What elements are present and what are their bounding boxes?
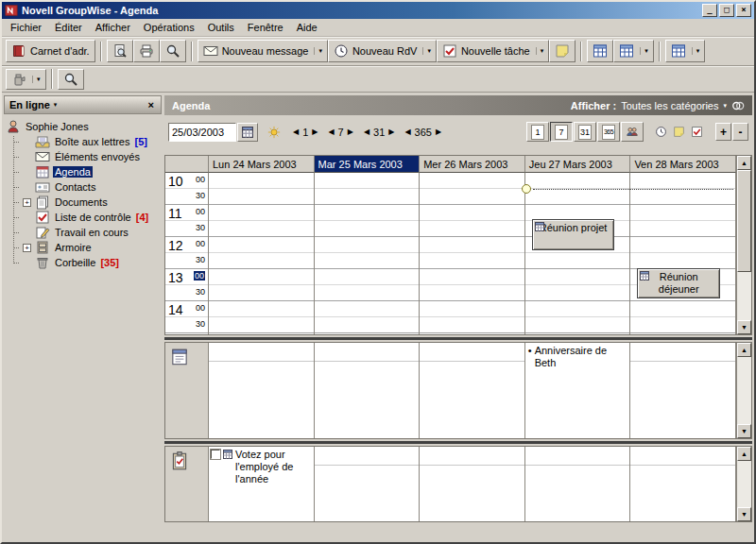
- tasks-scrollbar[interactable]: ▲ ▼: [736, 447, 751, 521]
- view-grid-button[interactable]: [587, 40, 613, 62]
- notes-column-mon[interactable]: [209, 343, 315, 438]
- tasks-column-fri[interactable]: [630, 447, 736, 521]
- print-button[interactable]: [133, 40, 160, 62]
- notes-scrollbar[interactable]: ▲ ▼: [736, 343, 751, 438]
- folder-agenda[interactable]: Agenda: [6, 164, 160, 179]
- time-marker-icon[interactable]: [522, 184, 531, 194]
- scroll-up-button[interactable]: ▲: [737, 156, 751, 170]
- mode-dropdown-icon[interactable]: ▾: [54, 101, 58, 109]
- pane-splitter[interactable]: [164, 439, 752, 446]
- new-note-button[interactable]: [549, 40, 576, 62]
- new-message-dropdown-icon[interactable]: ▾: [314, 47, 322, 55]
- slot-12-30[interactable]: 30: [196, 255, 205, 264]
- menu-outils[interactable]: Outils: [201, 20, 241, 35]
- tasks-column-tue[interactable]: [315, 447, 421, 521]
- search-button[interactable]: [160, 40, 186, 62]
- show-tasks-toggle[interactable]: [688, 123, 706, 141]
- view-calendar-button[interactable]: ▾: [613, 40, 654, 62]
- date-picker-button[interactable]: [237, 123, 258, 142]
- tasks-column-wed[interactable]: [420, 447, 525, 521]
- day-header-tue-selected[interactable]: Mar 25 Mars 2003: [315, 156, 421, 173]
- scroll-down-button[interactable]: ▼: [737, 424, 751, 438]
- view-layout-dropdown-icon[interactable]: ▾: [692, 47, 700, 55]
- folder-work-in-progress[interactable]: Travail en cours: [6, 225, 160, 240]
- slot-11-00[interactable]: 00: [196, 207, 205, 216]
- next-week-button[interactable]: ▶: [346, 126, 355, 138]
- view-365-day-button[interactable]: 365: [597, 122, 620, 142]
- show-notes-toggle[interactable]: [670, 123, 688, 141]
- new-message-button[interactable]: Nouveau message ▾: [198, 40, 328, 62]
- quickfinder-button[interactable]: [58, 69, 84, 90]
- notes-column-tue[interactable]: [315, 343, 421, 438]
- day-header-fri[interactable]: Ven 28 Mars 2003: [630, 156, 736, 173]
- print-preview-button[interactable]: [107, 40, 133, 62]
- multi-user-view-button[interactable]: [621, 122, 644, 142]
- folder-checklist[interactable]: Liste de contrôle [4]: [6, 210, 160, 225]
- folder-contacts[interactable]: Contacts: [6, 179, 160, 195]
- prev-year-button[interactable]: ◀: [403, 126, 412, 138]
- cleanup-dropdown-icon[interactable]: ▾: [32, 76, 41, 83]
- folder-mailbox[interactable]: Boîte aux lettres [5]: [6, 134, 160, 149]
- date-input[interactable]: [168, 123, 236, 142]
- expand-interval-button[interactable]: +: [715, 123, 731, 141]
- scroll-down-button[interactable]: ▼: [737, 320, 751, 334]
- today-button[interactable]: [264, 123, 284, 142]
- slot-14-30[interactable]: 30: [196, 319, 205, 329]
- menu-fenetre[interactable]: Fenêtre: [241, 20, 290, 35]
- view-1-day-button[interactable]: 1: [526, 122, 549, 142]
- day-column-fri[interactable]: [630, 173, 736, 334]
- day-column-wed[interactable]: [420, 173, 525, 334]
- next-year-button[interactable]: ▶: [434, 126, 443, 138]
- day-column-tue[interactable]: [315, 173, 421, 334]
- task-item[interactable]: Votez pour l'employé de l'année: [211, 449, 301, 485]
- task-checkbox[interactable]: [211, 450, 220, 459]
- close-panel-button[interactable]: ×: [146, 99, 156, 110]
- slot-14-00[interactable]: 00: [196, 303, 205, 313]
- cleanup-button[interactable]: ▾: [6, 69, 46, 90]
- slot-12-00[interactable]: 00: [196, 239, 205, 248]
- tasks-column-mon[interactable]: Votez pour l'employé de l'année: [209, 447, 315, 521]
- shrink-interval-button[interactable]: -: [732, 123, 748, 141]
- appointment-reunion-dejeuner[interactable]: Réunion déjeuner: [637, 268, 720, 298]
- prev-week-button[interactable]: ◀: [326, 126, 335, 138]
- notes-column-thu[interactable]: • Anniversaire de Beth: [525, 343, 631, 438]
- notes-column-wed[interactable]: [420, 343, 525, 438]
- slot-11-30[interactable]: 30: [196, 223, 205, 232]
- folder-trash[interactable]: Corbeille [35]: [6, 255, 160, 270]
- folder-documents[interactable]: + Documents: [6, 195, 160, 210]
- next-month-button[interactable]: ▶: [387, 126, 396, 138]
- expand-icon[interactable]: +: [23, 244, 31, 252]
- folder-list-header[interactable]: En ligne ▾ ×: [4, 95, 162, 114]
- slot-10-00[interactable]: 00: [196, 175, 205, 184]
- note-item[interactable]: • Anniversaire de Beth: [528, 345, 608, 369]
- calendar-scrollbar[interactable]: ▲ ▼: [736, 156, 751, 334]
- scroll-up-button[interactable]: ▲: [737, 447, 751, 461]
- slot-10-30[interactable]: 30: [196, 191, 205, 200]
- menu-editer[interactable]: Éditer: [48, 20, 89, 35]
- day-header-wed[interactable]: Mer 26 Mars 2003: [420, 156, 525, 173]
- maximize-button[interactable]: □: [719, 4, 734, 17]
- view-7-day-button[interactable]: 7: [550, 122, 573, 142]
- prev-month-button[interactable]: ◀: [362, 126, 371, 138]
- pane-splitter[interactable]: [164, 335, 752, 342]
- menu-aide[interactable]: Aide: [290, 20, 324, 35]
- day-column-thu[interactable]: [525, 173, 631, 334]
- notes-column-fri[interactable]: [630, 343, 736, 438]
- day-column-mon[interactable]: [209, 173, 315, 334]
- categories-icon[interactable]: [731, 99, 745, 112]
- scroll-down-button[interactable]: ▼: [737, 507, 751, 521]
- day-header-mon[interactable]: Lun 24 Mars 2003: [209, 156, 315, 173]
- new-appointment-button[interactable]: Nouveau RdV ▾: [328, 40, 437, 62]
- view-layout-button[interactable]: ▾: [665, 40, 706, 62]
- tasks-column-thu[interactable]: [525, 447, 631, 521]
- scroll-up-button[interactable]: ▲: [737, 343, 751, 357]
- next-day-button[interactable]: ▶: [310, 126, 319, 138]
- category-filter[interactable]: Toutes les catégories: [621, 100, 718, 111]
- day-header-thu[interactable]: Jeu 27 Mars 2003: [525, 156, 631, 173]
- folder-cabinet[interactable]: + Armoire: [6, 240, 160, 255]
- minimize-button[interactable]: _: [702, 4, 717, 17]
- tree-root-user[interactable]: Sophie Jones: [6, 119, 160, 134]
- view-calendar-dropdown-icon[interactable]: ▾: [640, 47, 648, 55]
- filter-dropdown-icon[interactable]: ▾: [723, 102, 727, 110]
- new-task-button[interactable]: Nouvelle tâche ▾: [437, 40, 549, 62]
